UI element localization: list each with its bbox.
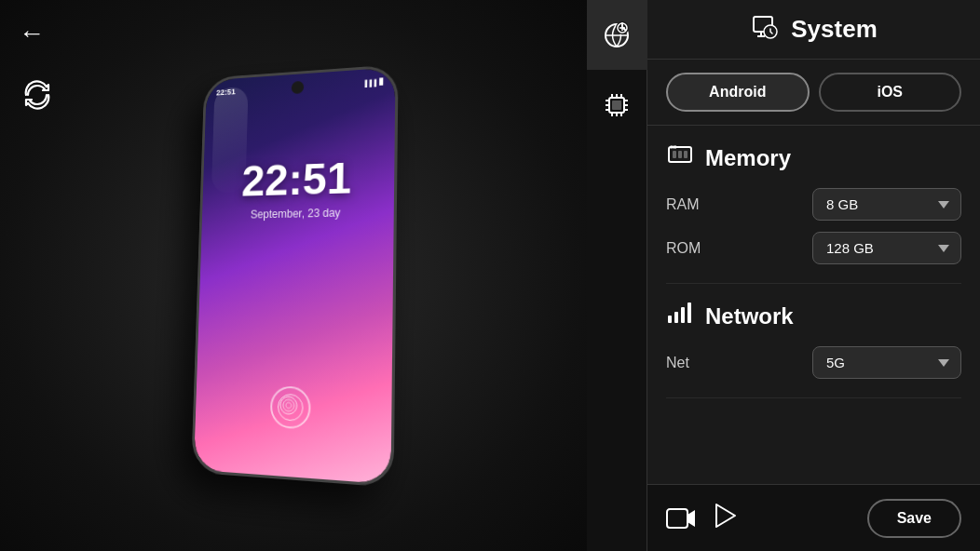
phone-preview-panel: ← 22:51 ▐▐▐ ▊ 22:51 [0,0,587,551]
phone-status-time: 22:51 [216,87,236,98]
save-button[interactable]: Save [867,499,961,538]
phone-mockup: 22:51 ▐▐▐ ▊ 22:51 September, 23 day [191,64,398,488]
right-panel: System Android iOS GB [587,0,980,551]
camera-button[interactable] [666,505,696,531]
rom-row: ROM 32 GB 64 GB 128 GB 256 GB 512 GB [666,232,961,264]
bottom-bar: Save [647,484,980,551]
phone-body: 22:51 ▐▐▐ ▊ 22:51 September, 23 day [191,64,398,488]
rom-label: ROM [666,240,722,257]
tab-icon-system[interactable] [587,0,647,70]
network-section-header: Network [666,299,961,333]
ios-button[interactable]: iOS [819,73,962,112]
signal-icon: ▐▐▐ [362,79,376,87]
tab-icon-bar [587,0,647,551]
system-icon [750,11,780,47]
net-row: Net 2G 3G 4G 5G WiFi [666,346,961,379]
back-button[interactable]: ← [19,19,45,48]
memory-section-header: GB Memory [666,141,961,175]
fingerprint-graphic [278,394,304,422]
network-icon [666,299,694,333]
ram-label: RAM [666,196,722,213]
svg-rect-4 [612,101,621,110]
svg-rect-27 [674,312,678,323]
network-section: Network Net 2G 3G 4G 5G WiFi [666,284,961,398]
memory-section: GB Memory RAM 2 GB 4 GB 6 GB 8 GB 12 GB … [666,126,961,284]
status-icons: ▐▐▐ ▊ [362,78,384,87]
battery-icon: ▊ [379,78,384,86]
svg-rect-30 [667,509,687,528]
bottom-left-controls [666,503,737,534]
phone-fingerprint [270,385,311,429]
phone-screen: 22:51 ▐▐▐ ▊ 22:51 September, 23 day [194,67,396,484]
settings-content: GB Memory RAM 2 GB 4 GB 6 GB 8 GB 12 GB … [647,126,980,484]
svg-rect-29 [687,302,691,323]
svg-rect-22 [673,151,676,158]
phone-date: September, 23 day [202,205,394,222]
ram-row: RAM 2 GB 4 GB 6 GB 8 GB 12 GB 16 GB [666,188,961,221]
ram-dropdown[interactable]: 2 GB 4 GB 6 GB 8 GB 12 GB 16 GB [812,188,961,221]
memory-title: Memory [705,145,791,171]
phone-clock: 22:51 [202,151,394,207]
svg-rect-23 [678,151,682,158]
svg-rect-24 [684,151,687,158]
tab-icon-chip[interactable] [587,70,647,140]
main-content-area: System Android iOS GB [647,0,980,551]
android-button[interactable]: Android [666,73,810,112]
svg-rect-28 [681,307,685,323]
phone-notch [292,81,305,94]
net-label: Net [666,355,722,371]
svg-text:GB: GB [670,144,677,150]
svg-rect-26 [668,316,672,323]
rom-dropdown[interactable]: 32 GB 64 GB 128 GB 256 GB 512 GB [812,232,961,264]
os-toggle-bar: Android iOS [647,60,980,126]
section-header: System [647,0,980,60]
net-dropdown[interactable]: 2G 3G 4G 5G WiFi [812,346,961,379]
page-title: System [791,15,878,44]
rotate-button[interactable] [17,74,58,115]
memory-icon: GB [666,141,694,175]
play-button[interactable] [715,503,737,534]
network-title: Network [705,303,794,329]
phone-wrapper: 22:51 ▐▐▐ ▊ 22:51 September, 23 day [191,47,396,504]
